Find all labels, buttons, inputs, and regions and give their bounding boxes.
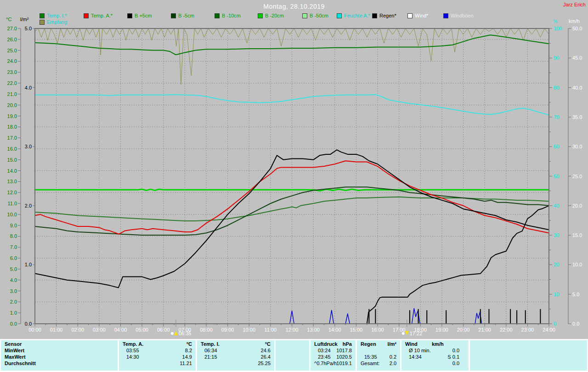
cell-value: 1019.1 [336,361,352,366]
col-header-luftdruck: Luftdruck [314,341,338,347]
cell-time: 03:55 [126,348,139,354]
row-label-minwert: MinWert [5,348,24,354]
hour-label: 03:00 [93,327,106,333]
kmh-tick-label: 5.0 [572,292,579,297]
cell-time: Ø 10 min. [409,348,431,354]
cell-value: 8.2 [185,348,192,354]
kmh-tick-label: 35.0 [572,114,582,120]
col-unit: °C [187,341,192,347]
table-section-empty [276,340,309,371]
pct-tick-label: 40 [554,203,559,209]
hour-label: 15:00 [350,327,363,333]
series-b-20cm-line [35,189,549,191]
temp-tick-label: 7.0 [10,244,17,250]
kmh-tick-label: 15.0 [572,232,582,238]
pct-tick-label: 90 [554,55,559,61]
temp-tick-label: 0.0 [10,321,17,327]
sunset-time: 17:22 [410,331,423,336]
pct-tick-label: 50 [554,174,559,179]
cell-value: 1017.8 [336,348,352,354]
cell-value: 25.25 [258,361,271,366]
temp-tick-label: 2.0 [10,299,17,304]
lm2-tick-label: 5.0 [25,26,32,31]
temp-tick-label: 24.0 [7,58,17,64]
hour-label: 01:00 [50,327,63,333]
temp-tick-label: 23.0 [7,69,17,75]
lm2-tick-label: 0.0 [25,321,32,327]
temp-tick-label: 3.0 [10,288,17,294]
hour-label: 19:00 [435,327,448,333]
temp-tick-label: 16.0 [7,146,17,152]
table-section-empty [470,340,587,371]
kmh-tick-label: 40.0 [572,85,582,90]
pct-tick-label: 30 [554,232,559,238]
hour-label: 08:00 [200,327,213,333]
kmh-tick-label: 50.0 [572,26,582,31]
temp-tick-label: 18.0 [7,124,17,130]
lm2-tick-label: 1.0 [25,262,32,267]
cell-time: 15:35 [364,354,377,360]
hour-label: 23:00 [521,327,534,333]
temp-tick-label: 13.0 [7,179,17,184]
temp-tick-label: 22.0 [7,80,17,86]
hour-label: 17:00 [393,327,406,333]
col-unit: hPa [343,341,352,347]
temp-tick-label: 14.0 [7,168,17,174]
pct-tick-label: 60 [554,144,559,149]
cell-value: 14.9 [182,354,192,360]
pct-tick-label: 80 [554,85,559,90]
col-header-regen: Regen [361,341,376,347]
hour-label: 05:00 [136,327,148,333]
temp-tick-label: 27.0 [7,26,17,31]
temp-tick-label: 4.0 [10,277,17,283]
temp-tick-label: 8.0 [10,233,17,239]
col-header-wind: Wind [405,341,418,347]
hour-label: 12:00 [286,327,299,333]
table-section-wind: Windkm/hØ 10 min.0.014:34S 0.10.0 [401,340,469,371]
table-section-regen: Regenl/m²15:350.2Gesamt:2.0 [357,340,400,371]
temp-tick-label: 25.0 [7,48,17,53]
temp-tick-label: 12.0 [7,190,17,195]
lm2-tick-label: 2.0 [25,203,32,209]
series-regen-summe-line [35,206,549,324]
hour-label: 24:00 [543,327,555,333]
cell-time: 14:34 [409,354,422,360]
hour-label: 02:00 [71,327,84,333]
temp-tick-label: 10.0 [7,212,17,217]
temp-tick-label: 11.0 [7,201,17,206]
kmh-tick-label: 0.0 [572,321,579,327]
hour-label: 22:00 [500,327,513,333]
hour-label: 09:00 [221,327,234,333]
kmh-tick-label: 25.0 [572,174,582,179]
hour-label: 10:00 [243,327,255,333]
hour-label: 20:00 [457,327,470,333]
hour-label: 00:00 [28,327,41,333]
col-unit: °C [265,341,271,347]
cell-value: 1020.5 [336,354,352,360]
temp-tick-label: 1.0 [10,310,17,316]
row-label-sensor: Sensor [5,341,22,347]
kmh-tick-label: 30.0 [572,144,582,149]
cell-value: 2.0 [390,361,396,366]
sunrise-time: 06:35 [179,331,192,336]
hour-label: 11:00 [265,327,277,333]
temp-tick-label: 21.0 [7,91,17,97]
cell-value: 26.4 [261,354,271,360]
col-header-temp-a: Temp. A. [123,341,143,347]
temp-tick-label: 26.0 [7,37,17,42]
cell-time: 14:30 [126,354,139,360]
table-section-temp-i: Temp. I.°C06:3424.621:1526.425.25 [197,340,274,371]
row-label-maxwert: MaxWert [5,354,26,360]
sunrise-icon [171,331,178,335]
summary-table: SensorMinWertMaxWertDurchschnittTemp. A.… [0,339,588,372]
cell-value: 0.0 [452,348,459,354]
hour-label: 14:00 [328,327,341,333]
kmh-tick-label: 10.0 [572,262,582,267]
pct-tick-label: 70 [554,114,559,120]
temp-tick-label: 15.0 [7,157,17,163]
hour-label: 21:00 [478,327,491,333]
table-section-luftdruck: LuftdruckhPa03:241017.823:451020.5^0.7hP… [311,340,356,371]
temp-tick-label: 6.0 [10,255,17,261]
table-section-temp-a: Temp. A.°C03:558.214:3014.911.21 [119,340,196,371]
temp-tick-label: 17.0 [7,135,17,141]
